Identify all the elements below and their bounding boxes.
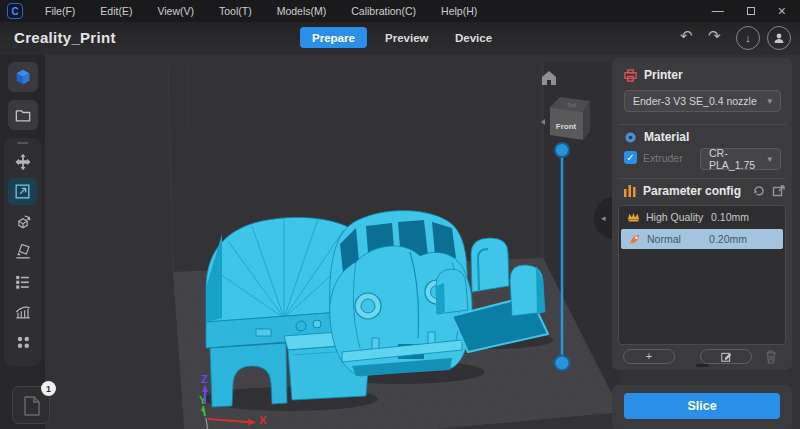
person-icon — [773, 32, 785, 44]
build-volume-left-edge — [168, 62, 173, 272]
printer-icon — [624, 69, 637, 82]
material-select[interactable]: CR-PLA_1.75 ▾ — [700, 148, 781, 170]
support-tool-button[interactable] — [8, 298, 37, 325]
left-toolbar: 1 — [0, 55, 45, 429]
chevron-down-icon: ▾ — [767, 96, 772, 106]
extruder-row: ✓ Extruder — [624, 151, 683, 164]
page-title: Creality_Print — [14, 29, 116, 46]
slice-button[interactable]: Slice — [624, 393, 780, 419]
divider — [618, 124, 786, 125]
bars-icon — [624, 185, 636, 197]
open-file-button[interactable] — [8, 100, 38, 130]
axis-x-label: X — [259, 414, 267, 426]
menu-tool[interactable]: Tool(T) — [219, 5, 252, 17]
import-model-button[interactable] — [8, 62, 38, 92]
redo-icon[interactable]: ↷ — [708, 28, 721, 43]
view-cube-top-label: Top — [567, 101, 577, 108]
menu-edit[interactable]: Edit(E) — [100, 5, 132, 17]
menu-view[interactable]: View(V) — [157, 5, 194, 17]
settings-panel: Printer Ender-3 V3 SE_0.4 nozzle ▾ Mater… — [612, 58, 792, 370]
material-title: Material — [644, 130, 689, 144]
view-cube-front-label: Front — [556, 122, 577, 131]
tool-group — [4, 138, 41, 366]
move-tool-button[interactable] — [8, 148, 37, 175]
tab-prepare[interactable]: Prepare — [300, 27, 367, 48]
app-logo-icon: C — [7, 3, 23, 19]
chevron-down-icon: ▾ — [767, 154, 772, 164]
document-icon — [23, 396, 41, 416]
window-controls: — × — [712, 5, 800, 17]
menu-calibration[interactable]: Calibration(C) — [351, 5, 416, 17]
close-button[interactable]: × — [778, 5, 786, 17]
clip-slider-bottom-handle[interactable] — [555, 356, 570, 371]
scale-icon — [13, 182, 32, 201]
menu-file[interactable]: File(F) — [45, 5, 75, 17]
model-file-button[interactable]: 1 — [12, 386, 50, 424]
parameter-config-header: Parameter config — [624, 184, 741, 198]
material-header: Material — [624, 130, 689, 144]
profile-row-normal[interactable]: Normal 0.20mm — [621, 229, 783, 249]
minimize-button[interactable]: — — [712, 5, 724, 17]
header-bar: Creality_Print Prepare Preview Device ↶ … — [0, 22, 800, 55]
model-count-badge: 1 — [41, 381, 56, 396]
app-window: Front Top X Y Z C File(F) Edit(E) View(V… — [0, 0, 800, 429]
extruder-label: Extruder — [643, 152, 683, 164]
axis-z-label: Z — [201, 373, 208, 385]
rocket-icon — [629, 233, 641, 245]
menu-bar: C File(F) Edit(E) View(V) Tool(T) Models… — [0, 0, 800, 22]
profile-name: Normal — [647, 233, 681, 245]
edit-profile-button[interactable] — [700, 349, 752, 364]
profile-layer-height: 0.20mm — [709, 233, 747, 245]
menu-help[interactable]: Help(H) — [441, 5, 477, 17]
profile-name: High Quality — [646, 211, 703, 223]
clone-dots-icon — [14, 333, 32, 351]
printer-select[interactable]: Ender-3 V3 SE_0.4 nozzle ▾ — [624, 90, 781, 112]
profile-layer-height: 0.10mm — [711, 211, 749, 223]
printer-title: Printer — [644, 68, 683, 82]
maximize-button[interactable] — [747, 7, 755, 15]
object-list-button[interactable] — [8, 268, 37, 295]
slice-panel: Slice — [612, 385, 792, 429]
profile-list: High Quality 0.10mm Normal 0.20mm — [618, 205, 786, 345]
filament-icon — [624, 131, 637, 144]
list-icon — [13, 272, 32, 291]
cube-icon — [12, 66, 34, 88]
clone-tool-button[interactable] — [8, 328, 37, 355]
tool-group-handle[interactable] — [17, 142, 28, 144]
extruder-checkbox[interactable]: ✓ — [624, 151, 637, 164]
build-volume-edge — [188, 62, 190, 200]
profile-row-high-quality[interactable]: High Quality 0.10mm — [619, 206, 785, 228]
scale-tool-button[interactable] — [8, 178, 37, 205]
tab-preview[interactable]: Preview — [373, 27, 440, 48]
tab-device[interactable]: Device — [443, 27, 504, 48]
reset-parameters-icon[interactable] — [752, 184, 766, 198]
edit-icon — [721, 351, 732, 362]
undo-icon[interactable]: ↶ — [680, 28, 693, 43]
panel-resize-handle[interactable] — [696, 364, 709, 367]
lay-flat-tool-button[interactable] — [8, 238, 37, 265]
material-select-value: CR-PLA_1.75 — [709, 147, 767, 171]
printer-header: Printer — [624, 68, 683, 82]
crown-icon — [627, 212, 640, 222]
user-avatar-icon[interactable] — [767, 26, 791, 50]
clip-slider-top-handle[interactable] — [555, 143, 569, 157]
download-icon[interactable]: ↓ — [736, 26, 760, 50]
lay-flat-icon — [13, 242, 33, 262]
support-icon — [13, 302, 33, 322]
export-config-icon[interactable] — [772, 184, 786, 198]
add-profile-button[interactable]: + — [623, 349, 675, 364]
rotate-icon — [13, 212, 33, 232]
delete-profile-icon[interactable] — [764, 349, 778, 364]
folder-icon — [13, 105, 33, 125]
divider — [618, 178, 786, 179]
parameter-config-title: Parameter config — [643, 184, 741, 198]
move-icon — [13, 152, 33, 172]
menu-items: File(F) Edit(E) View(V) Tool(T) Models(M… — [45, 5, 477, 17]
rotate-tool-button[interactable] — [8, 208, 37, 235]
printer-select-value: Ender-3 V3 SE_0.4 nozzle — [633, 95, 757, 107]
menu-models[interactable]: Models(M) — [277, 5, 327, 17]
